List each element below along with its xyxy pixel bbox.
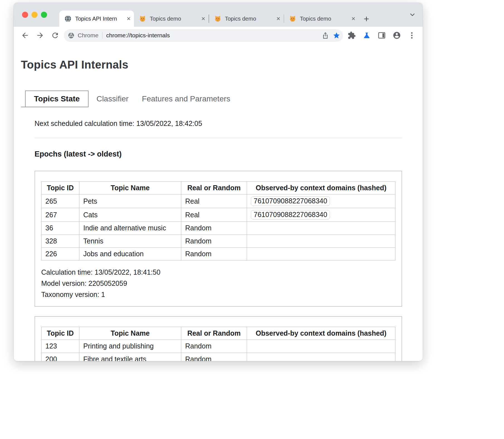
tab-search-chevron-icon[interactable]	[409, 11, 416, 18]
cell-real-or-random: Random	[181, 247, 247, 260]
cell-observed-domains: 7610709088227068340	[247, 194, 395, 208]
cat-icon	[289, 15, 296, 22]
globe-icon	[64, 15, 72, 22]
browser-tab-topics-demo-3[interactable]: Topics demo ×	[284, 11, 359, 27]
chrome-logo-icon	[68, 32, 75, 39]
page-title: Topics API Internals	[21, 58, 423, 71]
cell-topic-id: 267	[41, 208, 79, 222]
cell-real-or-random: Random	[181, 235, 247, 247]
model-version: Model version: 2205052059	[41, 278, 395, 289]
epochs-heading: Epochs (latest -> oldest)	[35, 150, 402, 158]
tab-classifier[interactable]: Classifier	[90, 91, 135, 107]
col-topic-id: Topic ID	[41, 182, 79, 194]
tab-strip: Topics API Intern × Topics demo × Topics…	[14, 3, 423, 27]
table-row: 36 Indie and alternative music Random	[41, 222, 395, 235]
col-real-or-random: Real or Random	[181, 327, 247, 340]
browser-tab-topics-demo-1[interactable]: Topics demo ×	[134, 11, 209, 27]
table-header-row: Topic ID Topic Name Real or Random Obser…	[41, 182, 395, 194]
cell-observed-domains	[247, 247, 395, 260]
cell-topic-id: 328	[41, 235, 79, 247]
divider	[35, 138, 402, 138]
experiments-flask-icon[interactable]	[360, 29, 373, 42]
omnibox-site-label: Chrome	[78, 32, 99, 39]
table-row: 123 Printing and publishing Random	[41, 340, 395, 353]
epoch-table: Topic ID Topic Name Real or Random Obser…	[41, 327, 395, 361]
cell-topic-id: 226	[41, 247, 79, 260]
cell-topic-name: Tennis	[79, 235, 181, 247]
table-header-row: Topic ID Topic Name Real or Random Obser…	[41, 327, 395, 340]
window-controls	[22, 12, 47, 18]
side-panel-icon[interactable]	[375, 29, 388, 42]
browser-toolbar: Chrome chrome://topics-internals	[14, 27, 423, 44]
tab-title: Topics demo	[150, 16, 200, 22]
bookmark-star-icon[interactable]	[331, 30, 342, 41]
reload-button[interactable]	[49, 29, 62, 42]
cell-real-or-random: Random	[181, 340, 247, 353]
table-row: 226 Jobs and education Random	[41, 247, 395, 260]
close-tab-icon[interactable]: ×	[276, 15, 280, 22]
epoch-box-latest: Topic ID Topic Name Real or Random Obser…	[35, 171, 402, 307]
col-topic-id: Topic ID	[41, 327, 79, 340]
tab-features-and-parameters[interactable]: Features and Parameters	[135, 91, 237, 107]
cell-topic-id: 123	[41, 340, 79, 353]
cell-topic-name: Indie and alternative music	[79, 222, 181, 235]
omnibox-url: chrome://topics-internals	[106, 32, 320, 39]
epoch-meta: Calculation time: 13/05/2022, 18:41:50 M…	[41, 267, 395, 300]
col-topic-name: Topic Name	[79, 182, 181, 194]
table-row: 328 Tennis Random	[41, 235, 395, 247]
col-topic-name: Topic Name	[79, 327, 181, 340]
calculation-time: Calculation time: 13/05/2022, 18:41:50	[41, 267, 395, 278]
cell-topic-id: 200	[41, 353, 79, 361]
cell-real-or-random: Random	[181, 353, 247, 361]
close-tab-icon[interactable]: ×	[351, 15, 355, 22]
browser-tab-topics-demo-2[interactable]: Topics demo ×	[209, 11, 284, 27]
tab-title: Topics demo	[300, 16, 350, 22]
cell-real-or-random: Real	[181, 194, 247, 208]
epoch-table: Topic ID Topic Name Real or Random Obser…	[41, 181, 395, 260]
tab-topics-state[interactable]: Topics State	[25, 91, 89, 107]
cell-topic-name: Pets	[79, 194, 181, 208]
cell-topic-name: Jobs and education	[79, 247, 181, 260]
col-real-or-random: Real or Random	[181, 182, 247, 194]
cell-topic-name: Cats	[79, 208, 181, 222]
tab-title: Topics demo	[225, 16, 275, 22]
new-tab-button[interactable]: +	[364, 14, 369, 23]
topics-state-panel: Next scheduled calculation time: 13/05/2…	[35, 107, 402, 361]
zoom-window-button[interactable]	[41, 12, 47, 18]
browser-tab-topics-internals[interactable]: Topics API Intern ×	[59, 11, 134, 27]
table-row: 200 Fibre and textile arts Random	[41, 353, 395, 361]
cell-topic-id: 265	[41, 194, 79, 208]
cell-observed-domains	[247, 353, 395, 361]
cell-topic-name: Printing and publishing	[79, 340, 181, 353]
close-tab-icon[interactable]: ×	[127, 15, 131, 22]
profile-avatar-icon[interactable]	[390, 29, 403, 42]
cell-topic-id: 36	[41, 222, 79, 235]
close-tab-icon[interactable]: ×	[201, 15, 205, 22]
cell-observed-domains	[247, 222, 395, 235]
cell-real-or-random: Random	[181, 222, 247, 235]
omnibox-separator	[102, 32, 103, 39]
cell-real-or-random: Real	[181, 208, 247, 222]
forward-button[interactable]	[34, 29, 47, 42]
table-row: 265 Pets Real 7610709088227068340	[41, 194, 395, 208]
address-bar[interactable]: Chrome chrome://topics-internals	[64, 29, 343, 42]
share-icon[interactable]	[320, 30, 331, 41]
next-calculation-time: Next scheduled calculation time: 13/05/2…	[35, 119, 402, 128]
tab-title: Topics API Intern	[75, 16, 125, 22]
minimize-window-button[interactable]	[31, 12, 38, 18]
hashed-domain: 7610709088227068340	[251, 210, 330, 220]
page-tab-bar: Topics State Classifier Features and Par…	[21, 91, 423, 107]
extensions-puzzle-icon[interactable]	[345, 29, 358, 42]
back-button[interactable]	[19, 29, 31, 42]
hashed-domain: 7610709088227068340	[251, 196, 330, 206]
cat-icon	[214, 15, 221, 22]
browser-window: Topics API Intern × Topics demo × Topics…	[14, 3, 423, 361]
epoch-box-older: Topic ID Topic Name Real or Random Obser…	[35, 316, 402, 361]
close-window-button[interactable]	[22, 12, 28, 18]
col-observed-domains: Observed-by context domains (hashed)	[247, 182, 395, 194]
menu-dots-icon[interactable]	[405, 29, 418, 42]
taxonomy-version: Taxonomy version: 1	[41, 289, 395, 300]
col-observed-domains: Observed-by context domains (hashed)	[247, 327, 395, 340]
cell-observed-domains	[247, 235, 395, 247]
table-row: 267 Cats Real 7610709088227068340	[41, 208, 395, 222]
